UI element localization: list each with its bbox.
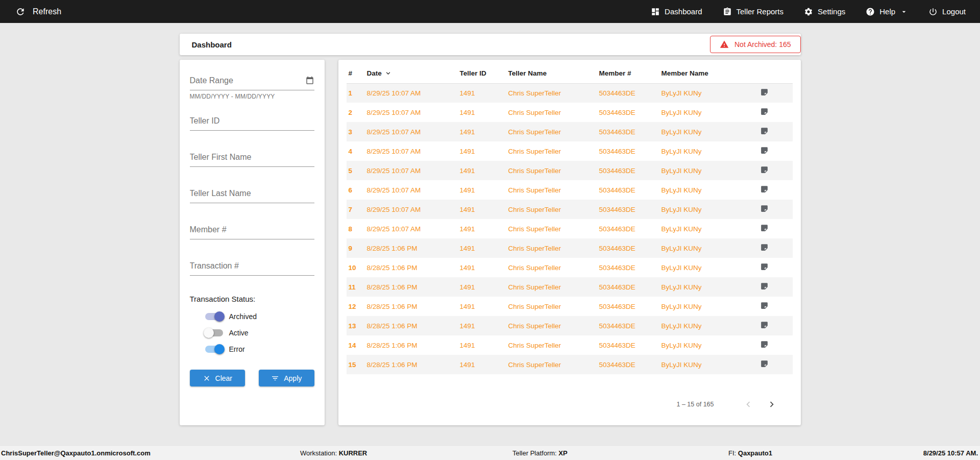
column-header-member-name[interactable]: Member Name: [659, 64, 758, 83]
note-icon[interactable]: [760, 127, 769, 135]
table-row[interactable]: 11 8/28/25 1:06 PM 1491 Chris SuperTelle…: [347, 277, 793, 297]
row-date: 8/29/25 10:07 AM: [365, 83, 458, 103]
prev-page-button[interactable]: [743, 399, 754, 410]
table-row[interactable]: 7 8/29/25 10:07 AM 1491 Chris SuperTelle…: [347, 200, 793, 219]
member-number-input[interactable]: [190, 222, 314, 239]
nav-teller-reports[interactable]: Teller Reports: [723, 7, 784, 16]
row-teller-name: Chris SuperTeller: [506, 103, 597, 122]
row-member-name: ByLyJI KUNy: [659, 180, 758, 200]
calendar-icon[interactable]: [305, 76, 314, 85]
note-icon[interactable]: [760, 185, 769, 193]
note-icon[interactable]: [760, 282, 769, 290]
table-row[interactable]: 6 8/29/25 10:07 AM 1491 Chris SuperTelle…: [347, 180, 793, 200]
note-icon[interactable]: [760, 107, 769, 116]
note-icon[interactable]: [760, 243, 769, 252]
table-row[interactable]: 4 8/29/25 10:07 AM 1491 Chris SuperTelle…: [347, 141, 793, 161]
row-number: 5: [347, 161, 365, 180]
user-email: ChrisSuperTeller@Qaxpauto1.onmicrosoft.c…: [1, 449, 151, 457]
note-icon[interactable]: [760, 340, 769, 349]
archived-toggle-label: Archived: [229, 312, 257, 321]
nav-teller-reports-label: Teller Reports: [737, 7, 784, 16]
table-row[interactable]: 9 8/28/25 1:06 PM 1491 Chris SuperTeller…: [347, 238, 793, 258]
row-teller-id: 1491: [458, 103, 506, 122]
table-row[interactable]: 8 8/29/25 10:07 AM 1491 Chris SuperTelle…: [347, 219, 793, 238]
note-icon[interactable]: [760, 204, 769, 213]
row-teller-id: 1491: [458, 277, 506, 297]
teller-last-name-field: [190, 186, 314, 203]
note-icon[interactable]: [760, 301, 769, 310]
row-member-name: ByLyJI KUNy: [659, 161, 758, 180]
table-row[interactable]: 10 8/28/25 1:06 PM 1491 Chris SuperTelle…: [347, 258, 793, 277]
table-row[interactable]: 5 8/29/25 10:07 AM 1491 Chris SuperTelle…: [347, 161, 793, 180]
refresh-button[interactable]: Refresh: [15, 7, 61, 17]
row-member-number: 5034463DE: [597, 355, 659, 374]
archived-toggle[interactable]: [205, 313, 223, 320]
row-member-number: 5034463DE: [597, 238, 659, 258]
table-body: 1 8/29/25 10:07 AM 1491 Chris SuperTelle…: [347, 83, 793, 374]
chevron-down-icon: [900, 8, 908, 16]
transaction-number-input[interactable]: [190, 258, 314, 276]
nav-help[interactable]: Help: [866, 7, 908, 16]
note-icon[interactable]: [760, 224, 769, 232]
nav-settings[interactable]: Settings: [804, 7, 845, 16]
table-row[interactable]: 14 8/28/25 1:06 PM 1491 Chris SuperTelle…: [347, 335, 793, 355]
row-date: 8/28/25 1:06 PM: [365, 335, 458, 355]
row-date: 8/28/25 1:06 PM: [365, 297, 458, 316]
row-member-name: ByLyJI KUNy: [659, 122, 758, 141]
row-member-number: 5034463DE: [597, 180, 659, 200]
table-row[interactable]: 1 8/29/25 10:07 AM 1491 Chris SuperTelle…: [347, 83, 793, 103]
table-row[interactable]: 3 8/29/25 10:07 AM 1491 Chris SuperTelle…: [347, 122, 793, 141]
row-teller-name: Chris SuperTeller: [506, 258, 597, 277]
teller-first-name-input[interactable]: [190, 150, 314, 167]
filter-icon: [271, 374, 279, 382]
column-header-date-label: Date: [367, 69, 382, 77]
error-toggle[interactable]: [205, 346, 223, 353]
row-number: 1: [347, 83, 365, 103]
nav-dashboard[interactable]: Dashboard: [651, 7, 702, 16]
row-member-number: 5034463DE: [597, 103, 659, 122]
row-member-name: ByLyJI KUNy: [659, 335, 758, 355]
row-number: 6: [347, 180, 365, 200]
note-icon[interactable]: [760, 165, 769, 174]
active-toggle[interactable]: [205, 329, 223, 336]
row-member-name: ByLyJI KUNy: [659, 219, 758, 238]
row-number: 15: [347, 355, 365, 374]
note-icon[interactable]: [760, 88, 769, 96]
note-icon[interactable]: [760, 359, 769, 368]
not-archived-label: Not Archived: 165: [734, 40, 791, 49]
chevron-left-icon: [743, 399, 754, 410]
teller-last-name-input[interactable]: [190, 186, 314, 203]
column-header-date[interactable]: Date: [365, 64, 458, 83]
column-header-teller-id[interactable]: Teller ID: [458, 64, 506, 83]
row-date: 8/28/25 1:06 PM: [365, 355, 458, 374]
note-icon[interactable]: [760, 146, 769, 155]
date-range-field: MM/DD/YYYY - MM/DD/YYYY: [190, 73, 314, 100]
nav-logout[interactable]: Logout: [928, 7, 966, 16]
row-member-number: 5034463DE: [597, 277, 659, 297]
row-number: 10: [347, 258, 365, 277]
date-range-input[interactable]: [190, 73, 314, 90]
table-row[interactable]: 15 8/28/25 1:06 PM 1491 Chris SuperTelle…: [347, 355, 793, 374]
next-page-button[interactable]: [766, 399, 777, 410]
row-date: 8/29/25 10:07 AM: [365, 122, 458, 141]
column-header-teller-name[interactable]: Teller Name: [506, 64, 597, 83]
table-row[interactable]: 13 8/28/25 1:06 PM 1491 Chris SuperTelle…: [347, 316, 793, 335]
note-icon[interactable]: [760, 321, 769, 329]
row-teller-name: Chris SuperTeller: [506, 161, 597, 180]
row-teller-id: 1491: [458, 238, 506, 258]
clear-button-label: Clear: [215, 374, 232, 382]
row-teller-id: 1491: [458, 161, 506, 180]
note-icon[interactable]: [760, 262, 769, 271]
column-header-number[interactable]: #: [347, 64, 365, 83]
row-teller-name: Chris SuperTeller: [506, 335, 597, 355]
clear-button[interactable]: Clear: [190, 370, 246, 386]
apply-button[interactable]: Apply: [259, 370, 314, 386]
table-row[interactable]: 2 8/29/25 10:07 AM 1491 Chris SuperTelle…: [347, 103, 793, 122]
teller-id-input[interactable]: [190, 113, 314, 131]
row-member-name: ByLyJI KUNy: [659, 316, 758, 335]
fi-value: Qaxpauto1: [738, 449, 772, 457]
row-teller-id: 1491: [458, 355, 506, 374]
table-row[interactable]: 12 8/28/25 1:06 PM 1491 Chris SuperTelle…: [347, 297, 793, 316]
row-member-name: ByLyJI KUNy: [659, 200, 758, 219]
column-header-member-number[interactable]: Member #: [597, 64, 659, 83]
